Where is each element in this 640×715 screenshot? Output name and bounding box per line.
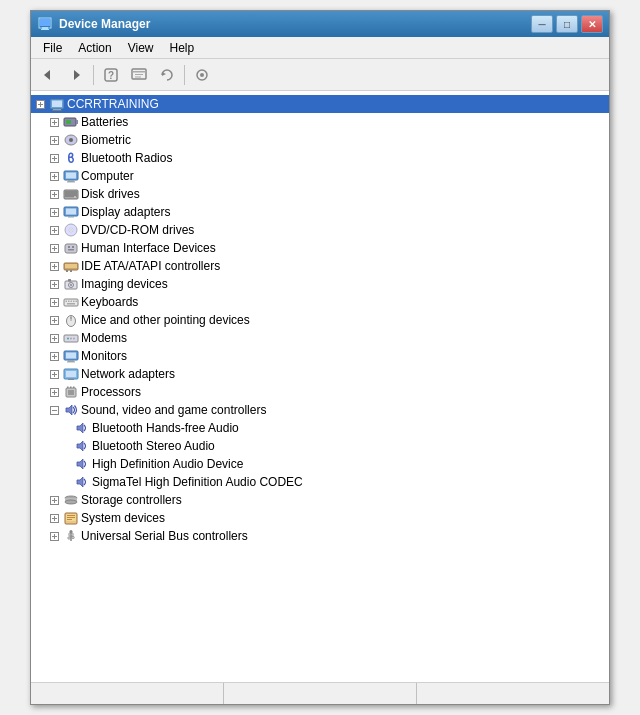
monitors-expand[interactable]	[47, 349, 61, 363]
close-button[interactable]: ✕	[581, 15, 603, 33]
root-expand[interactable]	[33, 97, 47, 111]
disk-expand[interactable]	[47, 187, 61, 201]
tree-item-disk[interactable]: Disk drives	[31, 185, 609, 203]
tree-item-modems[interactable]: Modems	[31, 329, 609, 347]
svg-rect-90	[73, 301, 75, 303]
svg-rect-75	[70, 270, 72, 272]
svg-rect-146	[67, 517, 75, 518]
modems-expand[interactable]	[47, 331, 61, 345]
display-expand[interactable]	[47, 205, 61, 219]
tree-item-sigmatel[interactable]: SigmaTel High Definition Audio CODEC	[31, 473, 609, 491]
processors-icon	[63, 384, 79, 400]
tree-item-display[interactable]: Display adapters	[31, 203, 609, 221]
menu-file[interactable]: File	[35, 39, 70, 57]
menu-help[interactable]: Help	[162, 39, 203, 57]
biometric-expand[interactable]	[47, 133, 61, 147]
properties-button[interactable]: ?	[98, 63, 124, 87]
network-expand[interactable]	[47, 367, 61, 381]
modems-label: Modems	[81, 331, 127, 345]
svg-rect-89	[71, 301, 73, 303]
status-segment-2	[224, 683, 417, 704]
usb-expand[interactable]	[47, 529, 61, 543]
svg-point-104	[70, 338, 72, 340]
status-segment-3	[417, 683, 609, 704]
mice-label: Mice and other pointing devices	[81, 313, 250, 327]
maximize-button[interactable]: □	[556, 15, 578, 33]
svg-rect-87	[66, 301, 68, 303]
tree-item-ide[interactable]: IDE ATA/ATAPI controllers	[31, 257, 609, 275]
storage-expand[interactable]	[47, 493, 61, 507]
network-icon	[63, 366, 79, 382]
forward-button[interactable]	[63, 63, 89, 87]
hid-expand[interactable]	[47, 241, 61, 255]
tree-item-network[interactable]: Network adapters	[31, 365, 609, 383]
display-icon	[63, 204, 79, 220]
minimize-button[interactable]: ─	[531, 15, 553, 33]
tree-item-dvd[interactable]: DVD/CD-ROM drives	[31, 221, 609, 239]
hd-audio-spacer	[63, 457, 72, 471]
computer-expand[interactable]	[47, 169, 61, 183]
network-label: Network adapters	[81, 367, 175, 381]
system-expand[interactable]	[47, 511, 61, 525]
bluetooth-label: Bluetooth Radios	[81, 151, 172, 165]
disk-icon	[63, 186, 79, 202]
tree-item-computer[interactable]: Computer	[31, 167, 609, 185]
tree-item-bt-stereo[interactable]: Bluetooth Stereo Audio	[31, 437, 609, 455]
svg-rect-145	[67, 515, 75, 516]
svg-rect-41	[66, 173, 76, 179]
batteries-expand[interactable]	[47, 115, 61, 129]
processors-label: Processors	[81, 385, 141, 399]
keyboards-icon	[63, 294, 79, 310]
svg-rect-55	[68, 216, 74, 218]
tree-item-sound[interactable]: Sound, video and game controllers	[31, 401, 609, 419]
menu-action[interactable]: Action	[70, 39, 119, 57]
svg-point-61	[70, 229, 72, 231]
processors-expand[interactable]	[47, 385, 61, 399]
tree-item-system[interactable]: System devices	[31, 509, 609, 527]
tree-item-keyboards[interactable]: Keyboards	[31, 293, 609, 311]
tree-item-storage[interactable]: Storage controllers	[31, 491, 609, 509]
tree-item-bt-handsfree[interactable]: Bluetooth Hands-free Audio	[31, 419, 609, 437]
title-bar-left: Device Manager	[37, 16, 150, 32]
tree-item-batteries[interactable]: Batteries	[31, 113, 609, 131]
tree-item-mice[interactable]: Mice and other pointing devices	[31, 311, 609, 329]
mice-expand[interactable]	[47, 313, 61, 327]
svg-marker-4	[44, 70, 50, 80]
tree-item-hid[interactable]: Human Interface Devices	[31, 239, 609, 257]
svg-rect-54	[66, 209, 76, 215]
menu-view[interactable]: View	[120, 39, 162, 57]
help-button[interactable]	[126, 63, 152, 87]
keyboards-expand[interactable]	[47, 295, 61, 309]
svg-rect-110	[66, 353, 76, 359]
sigmatel-icon	[74, 474, 90, 490]
dvd-expand[interactable]	[47, 223, 61, 237]
sound-icon	[63, 402, 79, 418]
title-buttons: ─ □ ✕	[531, 15, 603, 33]
sound-expand[interactable]	[47, 403, 61, 417]
hid-label: Human Interface Devices	[81, 241, 216, 255]
svg-rect-2	[42, 27, 48, 29]
tree-item-usb[interactable]: Universal Serial Bus controllers	[31, 527, 609, 545]
svg-marker-130	[77, 423, 83, 433]
tree-item-monitors[interactable]: Monitors	[31, 347, 609, 365]
show-hidden-button[interactable]	[189, 63, 215, 87]
back-button[interactable]	[35, 63, 61, 87]
disk-label: Disk drives	[81, 187, 140, 201]
toolbar-separator-1	[93, 65, 94, 85]
tree-item-bluetooth[interactable]: ϐ Bluetooth Radios	[31, 149, 609, 167]
svg-marker-132	[77, 459, 83, 469]
tree-root[interactable]: CCRRTRAINING	[31, 95, 609, 113]
bluetooth-expand[interactable]	[47, 151, 61, 165]
tree-view[interactable]: CCRRTRAINING Batteries Biometri	[31, 91, 609, 682]
svg-point-81	[70, 284, 72, 286]
refresh-button[interactable]	[154, 63, 180, 87]
tree-item-hd-audio[interactable]: High Definition Audio Device	[31, 455, 609, 473]
system-icon	[63, 510, 79, 526]
tree-item-imaging[interactable]: Imaging devices	[31, 275, 609, 293]
svg-text:?: ?	[108, 70, 114, 81]
svg-rect-154	[72, 537, 74, 539]
tree-item-processors[interactable]: Processors	[31, 383, 609, 401]
imaging-expand[interactable]	[47, 277, 61, 291]
ide-expand[interactable]	[47, 259, 61, 273]
tree-item-biometric[interactable]: Biometric	[31, 131, 609, 149]
